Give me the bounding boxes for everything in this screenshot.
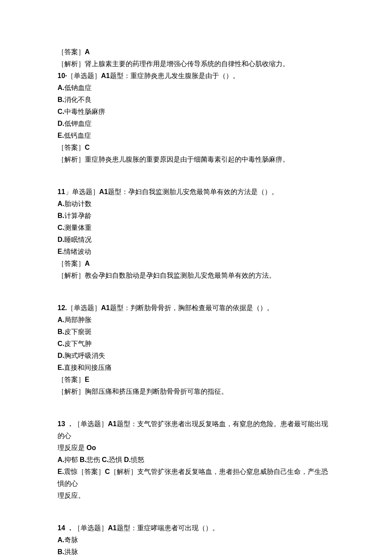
options-inline: A.抑郁 B.悲伤 C.恐惧 D.愤怒 [58,454,334,466]
question-type: ［单选题］ [67,304,101,311]
option-d: D.低钾血症 [58,118,334,130]
question-a1: A1 [101,304,110,311]
option-key: A. [58,84,64,91]
answer-line: ［答案］A [58,258,334,270]
question-type: 」单选题］ [65,188,99,195]
option-e-answer-explain: E.震惊［答案］C［解析］支气管扩张患者反复咯血，患者担心窒息威胁自己生命，产生… [58,466,334,490]
option-key: D. [58,236,64,243]
explain-text: 理反应。 [58,492,85,499]
answer-value: A [85,260,90,267]
explain-line: ［解析］重症肺炎患儿腹胀的重要原因是由于细菌毒素引起的中毒性肠麻痹。 [58,154,334,166]
answer-value: C [105,468,110,475]
option-b: B.计算孕龄 [58,210,334,222]
answer-line: ［答案］A [58,46,334,58]
question-stem-text: 题型：孕妇自我监测胎儿安危最简单有效的方法是（）。 [108,188,278,195]
explain-label: ［解析］ [58,60,85,67]
question-a1: A1 [108,524,116,532]
explain-line2: 理反应。 [58,490,334,502]
option-text: 皮下气肿 [64,340,92,347]
question-a1: A1 [108,420,116,427]
option-c: C.中毒性肠麻痹 [58,106,334,118]
option-text: 低钾血症 [64,120,92,127]
option-text: 胸式呼吸消失 [64,352,105,359]
question-stem-text: 题型：重症肺炎患儿发生腹胀是由于（）。 [110,72,239,79]
question-type: ［单选题］ [74,420,108,427]
question-stem-line2: 理反应是 Oo [58,442,334,454]
question-12: 12.［单选题］A1题型：判断肋骨骨折，胸部检查最可靠的依据是（）。 A.局部肿… [58,302,334,398]
option-c: C.测量体重 [58,222,334,234]
option-key: C. [58,224,64,231]
option-key: D. [124,456,131,463]
option-key: B. [58,212,64,219]
option-text: 悲伤 [86,456,102,463]
option-text: 低钠血症 [64,84,92,91]
option-d: D.睡眠情况 [58,234,334,246]
option-text: 测量体重 [64,224,92,231]
option-b: B.洪脉 [58,546,334,555]
question-stem: 12.［单选题］A1题型：判断肋骨骨折，胸部检查最可靠的依据是（）。 [58,302,334,314]
explain-text: 胸部压痛和挤压痛是判断肋骨骨折可靠的指征。 [85,388,228,395]
option-key: B. [58,548,64,555]
option-a: A.胎动计数 [58,198,334,210]
question-number: 12. [58,304,67,311]
stem-prefix: 理反应是 [58,444,86,451]
option-key: D. [58,120,64,127]
question-stem-text: 题型：重症哮喘患者可出现（）。 [117,524,219,532]
option-c: C.皮下气肿 [58,338,334,350]
option-e: E.低钙血症 [58,130,334,142]
question-prev-tail: ［答案］A ［解析］肾上腺素主要的药理作用是增强心传导系统的自律性和心肌收缩力。… [58,46,334,166]
question-13: 13 ．［单选题］A1题型：支气管扩张患者出现反复咯血，有窒息的危险。患者最可能… [58,418,334,502]
stem-strong: Oo [86,444,96,451]
question-stem: 11」单选题］A1题型：孕妇自我监测胎儿安危最简单有效的方法是（）。 [58,186,334,198]
option-key: A. [58,200,64,207]
question-11: 11」单选题］A1题型：孕妇自我监测胎儿安危最简单有效的方法是（）。 A.胎动计… [58,186,334,282]
option-a: A.奇脉 [58,534,334,546]
document-page: ［答案］A ［解析］肾上腺素主要的药理作用是增强心传导系统的自律性和心肌收缩力。… [0,0,392,555]
explain-text: 肾上腺素主要的药理作用是增强心传导系统的自律性和心肌收缩力。 [85,60,289,67]
option-b: B.皮下瘀斑 [58,326,334,338]
explain-label: ［解析］ [58,388,85,395]
option-text: 抑郁 [64,456,80,463]
answer-line: ［答案］C [58,142,334,154]
option-text: 中毒性肠麻痹 [64,108,105,115]
option-text: 低钙血症 [64,132,91,139]
option-text: 恐惧 [109,456,124,463]
option-text: 皮下瘀斑 [64,328,92,335]
option-text: 消化不良 [64,96,92,103]
option-e: E.直接和间接压痛 [58,362,334,374]
answer-value: E [85,376,89,383]
option-text: 计算孕龄 [64,212,92,219]
option-key: E. [58,468,64,475]
option-key: B. [58,328,64,335]
option-text: 直接和间接压痛 [64,364,112,371]
option-text: 睡眠情况 [64,236,92,243]
option-key: E. [58,248,64,255]
explain-label: ［解析］ [58,156,85,163]
option-key: D. [58,352,64,359]
option-key: A. [58,316,64,323]
question-a1: A1 [99,188,108,195]
question-stem-text: 题型：判断肋骨骨折，胸部检查最可靠的依据是（）。 [110,304,274,311]
option-key: B. [80,456,86,463]
explain-line: ［解析］胸部压痛和挤压痛是判断肋骨骨折可靠的指征。 [58,386,334,398]
explain-label: ［解析］ [58,272,85,279]
option-text: 愤怒 [131,456,144,463]
answer-line: ［答案］E [58,374,334,386]
answer-label: ［答案］ [58,144,85,151]
explain-line: ［解析］肾上腺素主要的药理作用是增强心传导系统的自律性和心肌收缩力。 [58,58,334,70]
option-key: A. [58,456,64,463]
question-number: 11 [58,188,65,195]
explain-line: ［解析］教会孕妇自数胎动是孕妇自我监测胎儿安危最简单有效的方法。 [58,270,334,282]
option-b: B.消化不良 [58,94,334,106]
answer-label: ［答案］ [58,48,85,55]
option-a: A.局部肿胀 [58,314,334,326]
question-type: ［单选题］ [67,72,101,79]
question-stem: 10·［单选题］A1题型：重症肺炎患儿发生腹胀是由于（）。 [58,70,334,82]
option-text: 洪脉 [64,548,78,555]
option-key: B. [58,96,64,103]
explain-text: 教会孕妇自数胎动是孕妇自我监测胎儿安危最简单有效的方法。 [85,272,276,279]
option-e: E.情绪波动 [58,246,334,258]
explain-label: ［解析］ [110,468,137,475]
question-a1: A1 [101,72,110,79]
question-14: 14 ．［单选题］A1题型：重症哮喘患者可出现（）。 A.奇脉 B.洪脉 [58,522,334,555]
